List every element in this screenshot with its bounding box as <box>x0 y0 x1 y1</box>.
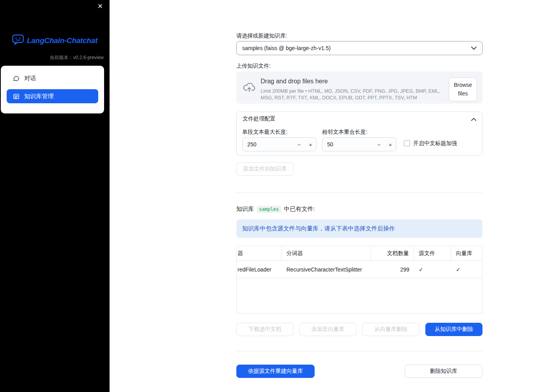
cell-doc-count: 299 <box>371 266 414 273</box>
download-selected-button[interactable]: 下载选中文档 <box>236 323 293 336</box>
file-dropzone[interactable]: Drag and drop files here Limit 200MB per… <box>236 72 482 104</box>
delete-from-vector-store-button[interactable]: 从向量库删除 <box>362 323 419 336</box>
info-banner: 知识库中包含源文件与向量库，请从下表中选择文件后操作 <box>236 219 482 238</box>
upload-files-label: 上传知识文件: <box>236 63 271 70</box>
col-header-source-file[interactable]: 源文件 <box>414 246 451 261</box>
sidebar-item-knowledge-base-label: 知识库管理 <box>24 93 54 100</box>
chevron-up-icon <box>471 116 476 122</box>
max-length-label: 单段文本最大长度: <box>242 129 288 136</box>
chevron-down-icon <box>471 45 477 51</box>
overlap-length-label: 相邻文本重合长度: <box>322 129 367 136</box>
knowledge-base-icon <box>13 93 20 100</box>
file-config-title: 文件处理配置 <box>243 115 275 122</box>
app-root: × LangChain-Chatchat 当前版本：v0.2.6-preview <box>0 0 540 392</box>
kb-name-code: samples <box>257 206 281 213</box>
cell-splitter: RecursiveCharacterTextSplitter <box>282 266 371 273</box>
add-files-to-kb-button[interactable]: 添加文件到知识库 <box>236 162 293 176</box>
rebuild-vector-store-button[interactable]: 依据源文件重建向量库 <box>236 365 315 378</box>
app-title: LangChain-Chatchat <box>27 36 97 45</box>
col-header-splitter[interactable]: 分词器 <box>282 246 371 261</box>
kb-select-dropdown[interactable]: samples (faiss @ bge-large-zh-v1.5) <box>236 41 482 55</box>
app-logo: LangChain-Chatchat <box>0 34 110 47</box>
col-header-loader[interactable]: 器 <box>237 246 282 261</box>
dropzone-title: Drag and drop files here <box>261 78 328 85</box>
max-length-value: 250 <box>243 141 293 147</box>
sidebar-nav: 对话 知识库管理 <box>1 66 104 113</box>
dropzone-limit-text: Limit 200MB per file • HTML, MD, JSON, C… <box>261 88 448 101</box>
cloud-upload-icon <box>243 82 256 94</box>
col-header-doc-count[interactable]: 文档数量 <box>371 246 414 261</box>
divider <box>236 192 482 192</box>
overlap-length-value: 50 <box>322 141 373 147</box>
table-row[interactable]: redFileLoader RecursiveCharacterTextSpli… <box>237 261 482 278</box>
sidebar-item-knowledge-base[interactable]: 知识库管理 <box>7 89 98 103</box>
sidebar-item-chat-label: 对话 <box>24 75 36 82</box>
info-banner-text: 知识库中包含源文件与向量库，请从下表中选择文件后操作 <box>242 225 395 232</box>
col-header-vector-store[interactable]: 向量库 <box>451 246 482 261</box>
add-to-vector-store-button[interactable]: 添加至向量库 <box>299 323 356 336</box>
divider <box>236 351 482 351</box>
file-action-buttons: 下载选中文档 添加至向量库 从向量库删除 从知识库中删除 <box>236 323 482 336</box>
delete-from-kb-button[interactable]: 从知识库中删除 <box>425 323 482 336</box>
file-config-expander-header[interactable]: 文件处理配置 <box>237 112 482 126</box>
existing-files-suffix: 中已有文件: <box>284 205 315 213</box>
overlap-decrement-button[interactable]: − <box>373 141 385 148</box>
main-content: 请选择或新建知识库: samples (faiss @ bge-large-zh… <box>236 0 483 392</box>
kb-select-value: samples (faiss @ bge-large-zh-v1.5) <box>242 45 331 51</box>
file-config-expander: 文件处理配置 单段文本最大长度: 相邻文本重合长度: 250 − + 50 − … <box>236 111 482 156</box>
chat-bubble-icon <box>13 75 20 82</box>
chatbot-logo-icon <box>12 34 24 47</box>
sidebar-close-icon[interactable]: × <box>95 2 105 11</box>
files-table: 器 分词器 文档数量 源文件 向量库 redFileLoader Recursi… <box>236 246 482 313</box>
max-length-increment-button[interactable]: + <box>305 141 316 148</box>
cell-source-check: ✓ <box>414 266 451 273</box>
version-text: 当前版本：v0.2.6-preview <box>50 54 104 61</box>
existing-files-prefix: 知识库 <box>236 205 254 213</box>
kb-select-label: 请选择或新建知识库: <box>236 32 287 40</box>
overlap-length-input[interactable]: 50 − + <box>322 137 396 151</box>
overlap-increment-button[interactable]: + <box>385 141 396 148</box>
chinese-title-enhance-checkbox[interactable] <box>404 140 410 146</box>
sidebar: × LangChain-Chatchat 当前版本：v0.2.6-preview <box>0 0 110 392</box>
max-length-input[interactable]: 250 − + <box>242 137 317 151</box>
existing-files-heading: 知识库 samples 中已有文件: <box>236 205 315 213</box>
delete-kb-button[interactable]: 删除知识库 <box>405 365 482 378</box>
chinese-title-enhance-label: 开启中文标题加强 <box>413 140 457 147</box>
browse-files-button[interactable]: Browse files <box>449 77 477 101</box>
sidebar-item-chat[interactable]: 对话 <box>7 70 98 86</box>
max-length-decrement-button[interactable]: − <box>293 141 305 148</box>
cell-loader: redFileLoader <box>237 266 282 273</box>
cell-vector-check: ✓ <box>451 266 482 273</box>
files-table-header: 器 分词器 文档数量 源文件 向量库 <box>237 246 482 261</box>
